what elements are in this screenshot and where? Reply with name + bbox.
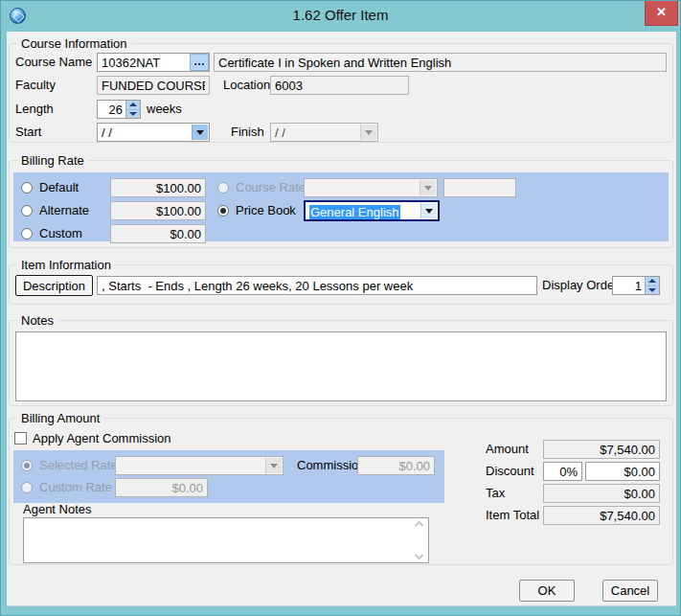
- chevron-down-icon[interactable]: [192, 125, 208, 140]
- close-button[interactable]: ✕: [645, 1, 678, 26]
- custom-rate-billing-radio[interactable]: [21, 228, 33, 240]
- finish-label: Finish: [231, 123, 264, 142]
- dialog-title: 1.62 Offer Item: [1, 1, 680, 32]
- start-label: Start: [15, 123, 41, 142]
- client-area: Course Information Course Name … Faculty…: [7, 32, 676, 606]
- agent-notes-textarea[interactable]: [23, 517, 429, 563]
- description-input[interactable]: [97, 276, 537, 295]
- custom-rate-billing-label: Custom: [39, 224, 82, 243]
- course-browse-button[interactable]: …: [190, 54, 209, 71]
- billing-rate-group: Billing Rate Default Alternate Custom Co…: [9, 160, 673, 248]
- chevron-down-icon[interactable]: [420, 203, 437, 218]
- length-label: Length: [15, 100, 54, 119]
- amount-field: [543, 440, 660, 459]
- tax-label: Tax: [486, 484, 505, 503]
- billing-rate-panel: Default Alternate Custom Course Rates Pr…: [13, 172, 669, 241]
- course-rates-label: Course Rates: [236, 178, 311, 197]
- start-date-value: / /: [102, 125, 112, 140]
- chevron-down-icon: [265, 458, 282, 473]
- length-spinner[interactable]: [97, 100, 141, 119]
- billing-amount-group: Billing Amount Apply Agent Commission Se…: [9, 418, 673, 565]
- apply-agent-commission-checkbox[interactable]: [14, 432, 27, 445]
- scroll-down-icon[interactable]: [415, 551, 424, 560]
- faculty-label: Faculty: [15, 76, 56, 95]
- apply-agent-commission-label: Apply Agent Commission: [33, 429, 171, 448]
- alternate-rate-radio[interactable]: [21, 205, 33, 217]
- selected-rate-label: Selected Rate: [39, 456, 118, 475]
- price-book-value: General English: [309, 205, 400, 219]
- cancel-button[interactable]: Cancel: [602, 580, 658, 602]
- default-rate-field: [110, 178, 206, 197]
- titlebar: 1.62 Offer Item ✕: [1, 1, 680, 32]
- chevron-down-icon: [360, 125, 376, 140]
- ok-button[interactable]: OK: [519, 580, 575, 602]
- agent-notes-scrollbar[interactable]: [412, 518, 427, 562]
- billing-rate-title: Billing Rate: [17, 153, 88, 168]
- commission-label: Commission: [297, 456, 366, 475]
- alternate-rate-field: [110, 201, 206, 220]
- custom-rate-field: [115, 478, 208, 497]
- notes-group: Notes: [9, 320, 673, 406]
- price-book-label: Price Book: [236, 201, 296, 220]
- display-order-spin-up[interactable]: [646, 277, 659, 285]
- chevron-down-icon: [420, 180, 436, 195]
- course-information-title: Course Information: [17, 36, 131, 51]
- item-total-label: Item Total: [486, 506, 539, 525]
- agent-commission-panel: Selected Rate Commission Custom Rate: [13, 450, 444, 503]
- display-order-spinner[interactable]: [612, 276, 660, 295]
- faculty-field: [97, 76, 210, 95]
- selected-rate-combo: [115, 456, 284, 475]
- item-information-title: Item Information: [17, 258, 115, 272]
- billing-amount-title: Billing Amount: [17, 411, 103, 425]
- ellipsis-icon: …: [193, 55, 205, 68]
- location-label: Location: [223, 76, 270, 95]
- length-spin-up[interactable]: [126, 101, 140, 109]
- scroll-up-icon[interactable]: [415, 521, 424, 531]
- course-information-group: Course Information Course Name … Faculty…: [9, 43, 673, 143]
- agent-notes-label: Agent Notes: [23, 500, 92, 519]
- length-unit-label: weeks: [147, 100, 182, 119]
- notes-textarea[interactable]: [15, 331, 667, 401]
- default-rate-radio[interactable]: [21, 182, 33, 194]
- discount-amount-input[interactable]: [585, 462, 660, 481]
- alternate-rate-label: Alternate: [39, 201, 89, 220]
- discount-percent-input[interactable]: [543, 462, 582, 481]
- custom-rate-radio: [21, 482, 33, 493]
- price-book-radio[interactable]: [217, 205, 229, 217]
- item-information-group: Item Information Description Display Ord…: [9, 264, 673, 305]
- default-rate-label: Default: [39, 178, 79, 197]
- price-book-combo[interactable]: General English: [304, 200, 440, 221]
- tax-field: [543, 484, 660, 503]
- course-rates-extra-field: [443, 178, 516, 197]
- offer-item-dialog: 1.62 Offer Item ✕ Course Information Cou…: [0, 0, 681, 616]
- custom-rate-label: Custom Rate: [39, 478, 112, 497]
- item-total-field: [543, 506, 660, 525]
- display-order-label: Display Order: [542, 276, 618, 295]
- description-button[interactable]: Description: [15, 275, 93, 296]
- amount-label: Amount: [486, 440, 529, 459]
- close-icon: ✕: [656, 5, 667, 19]
- commission-field: [357, 456, 435, 475]
- selected-rate-radio: [21, 460, 33, 471]
- course-name-label: Course Name: [15, 53, 92, 72]
- finish-date-combo: / /: [270, 123, 378, 142]
- course-rates-radio: [217, 182, 229, 194]
- finish-date-value: / /: [275, 125, 285, 140]
- location-field: [270, 76, 409, 95]
- start-date-combo[interactable]: / /: [97, 123, 210, 142]
- display-order-spin-down[interactable]: [646, 285, 659, 295]
- custom-rate-billing-field: [110, 224, 206, 243]
- length-input[interactable]: [98, 101, 125, 118]
- display-order-input[interactable]: [613, 277, 644, 294]
- course-title-field: [214, 53, 667, 72]
- discount-label: Discount: [486, 462, 534, 481]
- notes-title: Notes: [17, 313, 57, 328]
- length-spin-down[interactable]: [126, 109, 140, 119]
- course-rates-combo: [304, 178, 438, 197]
